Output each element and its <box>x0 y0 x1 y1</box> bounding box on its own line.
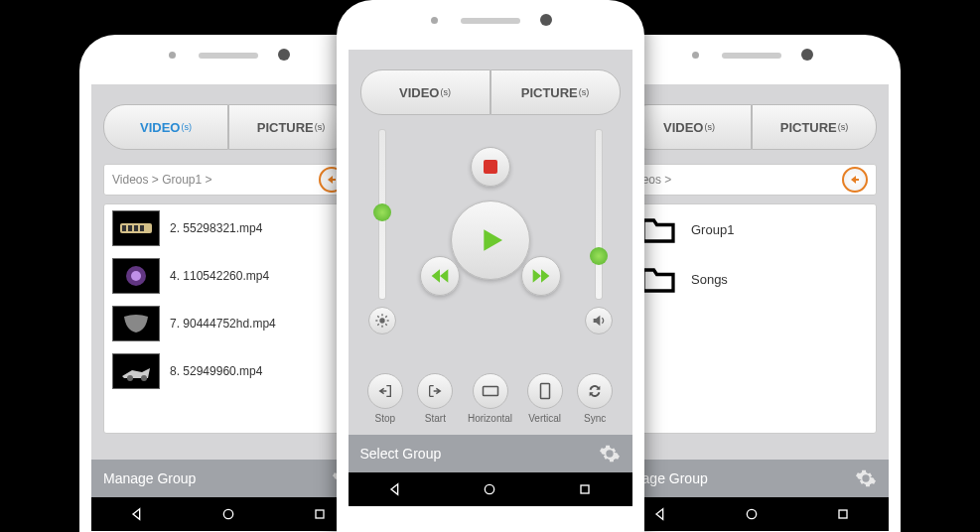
tab-picture-label: PICTURE <box>521 85 578 100</box>
forward-icon <box>531 269 551 283</box>
tab-picture[interactable]: PICTURE(s) <box>752 104 877 150</box>
screen-center: VIDEO(s) PICTURE(s) <box>349 50 632 506</box>
tab-suffix: (s) <box>579 87 590 97</box>
tab-video-label: VIDEO <box>399 85 439 100</box>
screen-right: VIDEO(s) PICTURE(s) deos > Group1 Songs … <box>615 84 889 531</box>
breadcrumb: Videos > Group1 > <box>103 164 353 196</box>
speaker <box>461 18 520 24</box>
breadcrumb: deos > <box>627 164 877 196</box>
android-navbar <box>91 497 365 531</box>
svg-point-13 <box>379 318 384 323</box>
action-start: Start <box>417 373 453 424</box>
back-icon <box>849 174 861 186</box>
vertical-icon <box>539 382 551 400</box>
tab-suffix: (s) <box>838 122 849 132</box>
footer-label: Select Group <box>360 446 442 462</box>
tab-video[interactable]: VIDEO(s) <box>627 104 752 150</box>
camera <box>801 49 813 61</box>
list-item[interactable]: 7. 90444752hd.mp4 <box>104 300 352 347</box>
home-nav-icon[interactable] <box>482 481 497 497</box>
back-nav-icon[interactable] <box>387 481 403 497</box>
tab-picture[interactable]: PICTURE(s) <box>490 69 621 115</box>
tab-suffix: (s) <box>315 122 326 132</box>
volume-slider[interactable] <box>595 129 603 300</box>
footer-bar: Manage Group <box>91 460 365 497</box>
speaker <box>199 53 258 59</box>
forward-button[interactable] <box>521 256 561 296</box>
list-item[interactable]: Songs <box>628 254 876 304</box>
action-vertical-button[interactable] <box>527 373 563 409</box>
file-list: 2. 55298321.mp4 4. 110542260.mp4 7. 9044… <box>103 203 353 434</box>
volume-icon <box>585 307 613 334</box>
rewind-button[interactable] <box>420 256 460 296</box>
play-button[interactable] <box>451 200 530 280</box>
screen-left: VIDEO(s) PICTURE(s) Videos > Group1 > 2.… <box>91 84 365 531</box>
back-nav-icon[interactable] <box>129 506 145 522</box>
svg-line-18 <box>377 316 378 317</box>
svg-point-6 <box>131 271 141 281</box>
action-stop-button[interactable] <box>367 373 403 409</box>
android-navbar <box>349 472 632 506</box>
svg-point-11 <box>747 509 756 518</box>
svg-rect-24 <box>540 384 549 399</box>
gear-icon[interactable] <box>855 467 877 489</box>
phone-center: VIDEO(s) PICTURE(s) <box>337 0 644 532</box>
thumbnail <box>112 306 160 341</box>
recent-nav-icon[interactable] <box>835 506 851 522</box>
svg-rect-22 <box>484 160 497 174</box>
phone-left: VIDEO(s) PICTURE(s) Videos > Group1 > 2.… <box>79 35 377 532</box>
list-item[interactable]: 2. 55298321.mp4 <box>104 204 352 252</box>
svg-rect-23 <box>483 387 497 396</box>
thumbnail <box>112 353 160 389</box>
action-start-button[interactable] <box>417 373 453 409</box>
tabs: VIDEO(s) PICTURE(s) <box>360 69 621 115</box>
sensor <box>169 52 176 59</box>
svg-rect-2 <box>128 225 132 231</box>
file-name: 4. 110542260.mp4 <box>170 269 269 283</box>
camera <box>540 14 552 26</box>
svg-rect-26 <box>581 485 589 493</box>
footer-label: Manage Group <box>103 470 196 486</box>
brightness-slider[interactable] <box>378 129 386 300</box>
svg-rect-10 <box>316 510 324 518</box>
svg-rect-12 <box>839 510 847 518</box>
thumbnail <box>112 258 160 294</box>
svg-rect-1 <box>122 225 126 231</box>
rewind-icon <box>430 269 450 283</box>
folder-list: Group1 Songs <box>627 203 877 434</box>
slider-knob[interactable] <box>590 247 608 265</box>
back-button[interactable] <box>842 167 868 193</box>
action-horizontal-button[interactable] <box>473 373 508 409</box>
action-label: Horizontal <box>468 413 512 424</box>
folder-name: Songs <box>691 272 728 287</box>
android-navbar <box>615 497 889 531</box>
home-nav-icon[interactable] <box>220 506 236 522</box>
svg-point-7 <box>127 375 133 381</box>
list-item[interactable]: 8. 52949960.mp4 <box>104 347 352 395</box>
camera <box>278 49 290 61</box>
tab-video-label: VIDEO <box>663 120 703 135</box>
recent-nav-icon[interactable] <box>312 506 328 522</box>
gear-icon[interactable] <box>599 443 621 465</box>
footer-bar: anage Group <box>615 460 889 497</box>
slider-knob[interactable] <box>373 203 391 221</box>
tab-suffix: (s) <box>181 122 192 132</box>
tab-suffix: (s) <box>704 122 715 132</box>
tabs: VIDEO(s) PICTURE(s) <box>627 104 877 150</box>
file-name: 2. 55298321.mp4 <box>170 221 262 235</box>
thumbnail <box>112 210 160 246</box>
back-nav-icon[interactable] <box>652 506 668 522</box>
tab-video[interactable]: VIDEO(s) <box>360 69 490 115</box>
stop-button[interactable] <box>471 147 510 187</box>
home-nav-icon[interactable] <box>744 506 760 522</box>
svg-rect-3 <box>134 225 138 231</box>
tab-picture-label: PICTURE <box>780 120 837 135</box>
tab-picture[interactable]: PICTURE(s) <box>228 104 353 150</box>
tab-video[interactable]: VIDEO(s) <box>103 104 228 150</box>
list-item[interactable]: 4. 110542260.mp4 <box>104 252 352 300</box>
recent-nav-icon[interactable] <box>577 481 593 497</box>
tab-suffix: (s) <box>440 87 451 97</box>
svg-rect-4 <box>140 225 144 231</box>
action-sync-button[interactable] <box>577 373 613 409</box>
list-item[interactable]: Group1 <box>628 204 876 254</box>
